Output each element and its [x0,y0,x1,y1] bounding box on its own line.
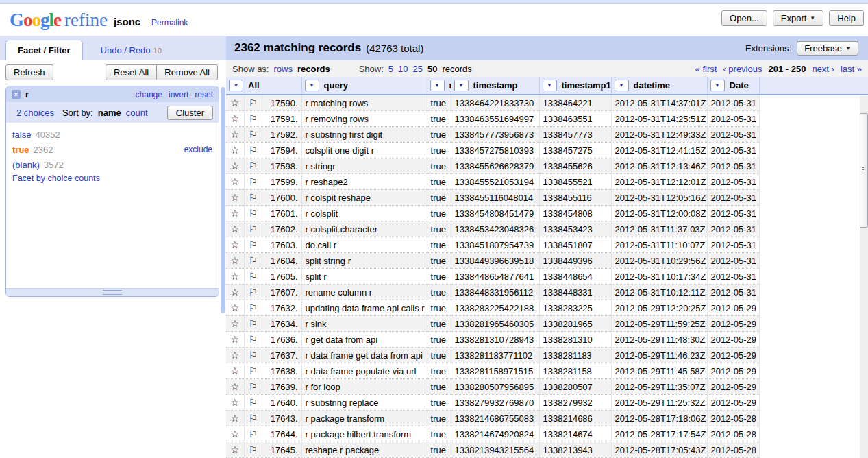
facet-resize-handle[interactable] [6,288,219,296]
exclude-link[interactable]: exclude [184,145,212,154]
star-icon[interactable]: ☆ [226,174,244,190]
flag-icon[interactable]: ⚐ [244,442,262,458]
star-icon[interactable]: ☆ [226,221,244,237]
tab-facet-filter[interactable]: Facet / Filter [5,40,83,60]
column-menu-icon[interactable]: ▼ [543,80,557,91]
cell-date: 2012-05-29 [707,363,759,379]
flag-icon[interactable]: ⚐ [244,190,262,206]
flag-icon[interactable]: ⚐ [244,174,262,190]
refresh-button[interactable]: Refresh [5,64,53,80]
flag-icon[interactable]: ⚐ [244,411,262,426]
page-size-50-active[interactable]: 50 [427,64,437,74]
star-icon[interactable]: ☆ [226,395,244,411]
star-icon[interactable]: ☆ [226,127,244,143]
close-icon[interactable]: ✕ [12,90,21,99]
flag-icon[interactable]: ⚐ [244,332,262,348]
cluster-button[interactable]: Cluster [167,106,213,120]
star-icon[interactable]: ☆ [226,111,244,127]
flag-icon[interactable]: ⚐ [244,316,262,332]
star-icon[interactable]: ☆ [226,348,244,363]
flag-icon[interactable]: ⚐ [244,426,262,442]
pagination-previous[interactable]: ‹ previous [723,64,762,74]
star-icon[interactable]: ☆ [226,158,244,174]
star-icon[interactable]: ☆ [226,300,244,316]
tab-undo-redo[interactable]: Undo / Redo10 [101,40,162,60]
flag-icon[interactable]: ⚐ [244,143,262,158]
sort-by-count[interactable]: count [126,108,148,118]
export-button[interactable]: Export▼ [773,10,824,26]
flag-icon[interactable]: ⚐ [244,363,262,379]
flag-icon[interactable]: ⚐ [244,111,262,127]
reset-all-button[interactable]: Reset All [106,64,157,80]
open-button[interactable]: Open... [721,10,767,26]
flag-icon[interactable]: ⚐ [244,95,262,111]
show-as-records-active[interactable]: records [297,64,330,74]
cell-datetime: 2012-05-31T10:29:56Z [611,253,707,269]
flag-icon[interactable]: ⚐ [244,206,262,221]
choice-label[interactable]: false [12,130,31,140]
column-menu-icon[interactable]: ▼ [229,80,243,91]
star-icon[interactable]: ☆ [226,411,244,426]
help-button[interactable]: Help [829,10,864,26]
freebase-extension-button[interactable]: Freebase▼ [797,41,858,56]
star-icon[interactable]: ☆ [226,316,244,332]
star-icon[interactable]: ☆ [226,363,244,379]
star-icon[interactable]: ☆ [226,95,244,111]
star-icon[interactable]: ☆ [226,426,244,442]
page-size-10[interactable]: 10 [398,64,408,74]
flag-icon[interactable]: ⚐ [244,285,262,300]
cell-r: true [427,269,451,285]
star-icon[interactable]: ☆ [226,190,244,206]
star-icon[interactable]: ☆ [226,269,244,285]
scrollbar-thumb[interactable] [860,113,868,228]
pagination-last[interactable]: last » [841,64,862,74]
facet-change-link[interactable]: change [136,90,162,99]
star-icon[interactable]: ☆ [226,253,244,269]
column-menu-icon[interactable]: ▼ [305,80,319,91]
table-row: ☆⚐17600.r colspit reshapetrue13384551160… [226,190,868,206]
star-icon[interactable]: ☆ [226,442,244,458]
column-menu-icon[interactable]: ▼ [430,80,445,91]
row-index: 17604. [262,253,301,269]
page-size-25[interactable]: 25 [412,64,422,74]
filler-cell [759,285,868,300]
facet-choices-summary[interactable]: 2 choices [16,108,54,118]
sidebar-scrollbar[interactable] [221,87,225,313]
flag-icon[interactable]: ⚐ [244,253,262,269]
facet-reset-link[interactable]: reset [195,90,213,99]
vertical-scrollbar[interactable] [860,96,868,458]
flag-icon[interactable]: ⚐ [244,348,262,363]
flag-icon[interactable]: ⚐ [244,395,262,411]
choice-label[interactable]: (blank) [12,160,40,170]
cell-date: 2012-05-29 [707,332,759,348]
flag-icon[interactable]: ⚐ [244,269,262,285]
sort-by-name[interactable]: name [98,108,121,118]
flag-icon[interactable]: ⚐ [244,158,262,174]
row-index: 17599. [262,174,301,190]
show-as-rows-link[interactable]: rows [273,64,292,74]
pagination-next[interactable]: next › [812,64,834,74]
flag-icon[interactable]: ⚐ [244,221,262,237]
flag-icon[interactable]: ⚐ [244,127,262,143]
flag-icon[interactable]: ⚐ [244,237,262,253]
page-size-5[interactable]: 5 [388,64,393,74]
remove-all-button[interactable]: Remove All [156,64,218,80]
star-icon[interactable]: ☆ [226,237,244,253]
permalink-link[interactable]: Permalink [151,18,188,27]
star-icon[interactable]: ☆ [226,206,244,221]
star-icon[interactable]: ☆ [226,143,244,158]
filler-cell [759,363,868,379]
choice-label[interactable]: true [12,145,29,155]
star-icon[interactable]: ☆ [226,285,244,300]
column-menu-icon[interactable]: ▼ [710,80,725,91]
star-icon[interactable]: ☆ [226,332,244,348]
flag-icon[interactable]: ⚐ [244,300,262,316]
pagination-first[interactable]: « first [695,64,717,74]
flag-icon[interactable]: ⚐ [244,379,262,395]
facet-by-choice-counts-link[interactable]: Facet by choice counts [12,173,212,183]
star-icon[interactable]: ☆ [226,379,244,395]
column-menu-icon[interactable]: ▼ [615,80,629,91]
facet-invert-link[interactable]: invert [169,90,188,99]
column-menu-icon[interactable]: ▼ [454,80,469,91]
show-label: Show: [359,64,384,74]
